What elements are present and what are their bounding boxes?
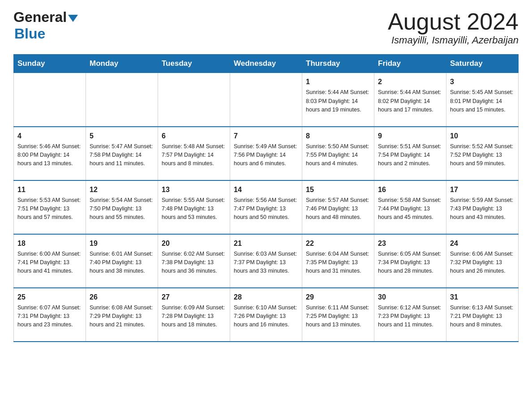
header: General Blue August 2024 Ismayilli, Isma… — [13, 9, 519, 46]
day-number: 6 — [162, 131, 226, 141]
day-number: 24 — [450, 238, 515, 249]
day-number: 18 — [17, 238, 82, 249]
day-number: 20 — [162, 238, 226, 249]
calendar-week-4: 18Sunrise: 6:00 AM Sunset: 7:41 PM Dayli… — [14, 234, 519, 288]
day-info: Sunrise: 5:56 AM Sunset: 7:47 PM Dayligh… — [234, 196, 298, 222]
calendar-cell — [86, 73, 158, 127]
calendar-cell: 3Sunrise: 5:45 AM Sunset: 8:01 PM Daylig… — [446, 73, 519, 127]
day-number: 16 — [378, 184, 442, 195]
calendar-cell: 17Sunrise: 5:59 AM Sunset: 7:43 PM Dayli… — [446, 180, 519, 234]
day-info: Sunrise: 5:48 AM Sunset: 7:57 PM Dayligh… — [162, 142, 226, 168]
calendar-week-3: 11Sunrise: 5:53 AM Sunset: 7:51 PM Dayli… — [14, 180, 519, 234]
day-info: Sunrise: 6:08 AM Sunset: 7:29 PM Dayligh… — [90, 304, 154, 330]
day-number: 26 — [90, 292, 154, 303]
logo-blue: Blue — [14, 26, 45, 42]
day-number: 5 — [90, 131, 154, 141]
day-number: 11 — [17, 184, 82, 195]
day-info: Sunrise: 5:45 AM Sunset: 8:01 PM Dayligh… — [450, 88, 515, 114]
logo: General Blue — [13, 9, 78, 42]
day-number: 8 — [306, 131, 370, 141]
day-info: Sunrise: 6:05 AM Sunset: 7:34 PM Dayligh… — [378, 250, 442, 276]
calendar-cell: 19Sunrise: 6:01 AM Sunset: 7:40 PM Dayli… — [86, 234, 158, 288]
day-info: Sunrise: 5:59 AM Sunset: 7:43 PM Dayligh… — [450, 196, 515, 222]
calendar-week-2: 4Sunrise: 5:46 AM Sunset: 8:00 PM Daylig… — [14, 127, 519, 180]
day-info: Sunrise: 6:01 AM Sunset: 7:40 PM Dayligh… — [90, 250, 154, 276]
day-info: Sunrise: 6:12 AM Sunset: 7:23 PM Dayligh… — [378, 304, 442, 330]
day-info: Sunrise: 5:51 AM Sunset: 7:54 PM Dayligh… — [378, 142, 442, 168]
calendar-cell: 2Sunrise: 5:44 AM Sunset: 8:02 PM Daylig… — [374, 73, 446, 127]
day-info: Sunrise: 5:53 AM Sunset: 7:51 PM Dayligh… — [17, 196, 82, 222]
calendar-cell: 28Sunrise: 6:10 AM Sunset: 7:26 PM Dayli… — [230, 288, 302, 342]
day-number: 31 — [450, 292, 515, 303]
calendar-cell: 24Sunrise: 6:06 AM Sunset: 7:32 PM Dayli… — [446, 234, 519, 288]
calendar-cell: 6Sunrise: 5:48 AM Sunset: 7:57 PM Daylig… — [158, 127, 230, 180]
calendar-cell: 9Sunrise: 5:51 AM Sunset: 7:54 PM Daylig… — [374, 127, 446, 180]
day-info: Sunrise: 6:02 AM Sunset: 7:38 PM Dayligh… — [162, 250, 226, 276]
calendar-cell: 27Sunrise: 6:09 AM Sunset: 7:28 PM Dayli… — [158, 288, 230, 342]
calendar-cell: 15Sunrise: 5:57 AM Sunset: 7:46 PM Dayli… — [302, 180, 374, 234]
weekday-header-monday: Monday — [86, 55, 158, 73]
day-info: Sunrise: 5:49 AM Sunset: 7:56 PM Dayligh… — [234, 142, 298, 168]
day-info: Sunrise: 5:57 AM Sunset: 7:46 PM Dayligh… — [306, 196, 370, 222]
day-number: 3 — [450, 77, 515, 87]
weekday-header-tuesday: Tuesday — [158, 55, 230, 73]
calendar-cell: 12Sunrise: 5:54 AM Sunset: 7:50 PM Dayli… — [86, 180, 158, 234]
day-number: 15 — [306, 184, 370, 195]
calendar-cell: 20Sunrise: 6:02 AM Sunset: 7:38 PM Dayli… — [158, 234, 230, 288]
calendar-cell: 5Sunrise: 5:47 AM Sunset: 7:58 PM Daylig… — [86, 127, 158, 180]
weekday-header-wednesday: Wednesday — [230, 55, 302, 73]
day-info: Sunrise: 5:52 AM Sunset: 7:52 PM Dayligh… — [450, 142, 515, 168]
day-info: Sunrise: 5:46 AM Sunset: 8:00 PM Dayligh… — [17, 142, 82, 168]
calendar-cell: 21Sunrise: 6:03 AM Sunset: 7:37 PM Dayli… — [230, 234, 302, 288]
day-number: 4 — [17, 131, 82, 141]
calendar-cell: 30Sunrise: 6:12 AM Sunset: 7:23 PM Dayli… — [374, 288, 446, 342]
calendar-week-5: 25Sunrise: 6:07 AM Sunset: 7:31 PM Dayli… — [14, 288, 519, 342]
day-number: 10 — [450, 131, 515, 141]
calendar-cell: 18Sunrise: 6:00 AM Sunset: 7:41 PM Dayli… — [14, 234, 86, 288]
day-info: Sunrise: 6:00 AM Sunset: 7:41 PM Dayligh… — [17, 250, 82, 276]
calendar-cell: 23Sunrise: 6:05 AM Sunset: 7:34 PM Dayli… — [374, 234, 446, 288]
day-number: 9 — [378, 131, 442, 141]
calendar-cell — [158, 73, 230, 127]
calendar-cell: 14Sunrise: 5:56 AM Sunset: 7:47 PM Dayli… — [230, 180, 302, 234]
calendar-cell: 1Sunrise: 5:44 AM Sunset: 8:03 PM Daylig… — [302, 73, 374, 127]
day-info: Sunrise: 5:58 AM Sunset: 7:44 PM Dayligh… — [378, 196, 442, 222]
day-number: 12 — [90, 184, 154, 195]
calendar-cell — [230, 73, 302, 127]
day-info: Sunrise: 5:44 AM Sunset: 8:03 PM Dayligh… — [306, 88, 370, 114]
day-number: 28 — [234, 292, 298, 303]
month-year-title: August 2024 — [388, 9, 519, 34]
day-number: 2 — [378, 77, 442, 87]
logo-triangle-icon — [68, 15, 78, 22]
calendar-cell: 7Sunrise: 5:49 AM Sunset: 7:56 PM Daylig… — [230, 127, 302, 180]
day-number: 30 — [378, 292, 442, 303]
logo-general: General — [13, 9, 67, 26]
day-number: 25 — [17, 292, 82, 303]
day-info: Sunrise: 5:54 AM Sunset: 7:50 PM Dayligh… — [90, 196, 154, 222]
day-number: 13 — [162, 184, 226, 195]
day-number: 14 — [234, 184, 298, 195]
calendar-table: SundayMondayTuesdayWednesdayThursdayFrid… — [13, 54, 519, 342]
weekday-header-friday: Friday — [374, 55, 446, 73]
day-number: 21 — [234, 238, 298, 249]
calendar-cell: 13Sunrise: 5:55 AM Sunset: 7:48 PM Dayli… — [158, 180, 230, 234]
calendar-week-1: 1Sunrise: 5:44 AM Sunset: 8:03 PM Daylig… — [14, 73, 519, 127]
calendar-cell: 31Sunrise: 6:13 AM Sunset: 7:21 PM Dayli… — [446, 288, 519, 342]
day-info: Sunrise: 6:11 AM Sunset: 7:25 PM Dayligh… — [306, 304, 370, 330]
day-number: 27 — [162, 292, 226, 303]
weekday-header-saturday: Saturday — [446, 55, 519, 73]
day-info: Sunrise: 5:44 AM Sunset: 8:02 PM Dayligh… — [378, 88, 442, 114]
calendar-cell: 22Sunrise: 6:04 AM Sunset: 7:35 PM Dayli… — [302, 234, 374, 288]
day-info: Sunrise: 5:47 AM Sunset: 7:58 PM Dayligh… — [90, 142, 154, 168]
calendar-cell: 25Sunrise: 6:07 AM Sunset: 7:31 PM Dayli… — [14, 288, 86, 342]
day-number: 23 — [378, 238, 442, 249]
calendar-cell: 11Sunrise: 5:53 AM Sunset: 7:51 PM Dayli… — [14, 180, 86, 234]
day-info: Sunrise: 6:03 AM Sunset: 7:37 PM Dayligh… — [234, 250, 298, 276]
calendar-cell: 26Sunrise: 6:08 AM Sunset: 7:29 PM Dayli… — [86, 288, 158, 342]
title-area: August 2024 Ismayilli, Ismayilli, Azerba… — [388, 9, 519, 46]
day-number: 29 — [306, 292, 370, 303]
day-info: Sunrise: 6:10 AM Sunset: 7:26 PM Dayligh… — [234, 304, 298, 330]
day-number: 17 — [450, 184, 515, 195]
day-number: 1 — [306, 77, 370, 87]
day-info: Sunrise: 6:07 AM Sunset: 7:31 PM Dayligh… — [17, 304, 82, 330]
